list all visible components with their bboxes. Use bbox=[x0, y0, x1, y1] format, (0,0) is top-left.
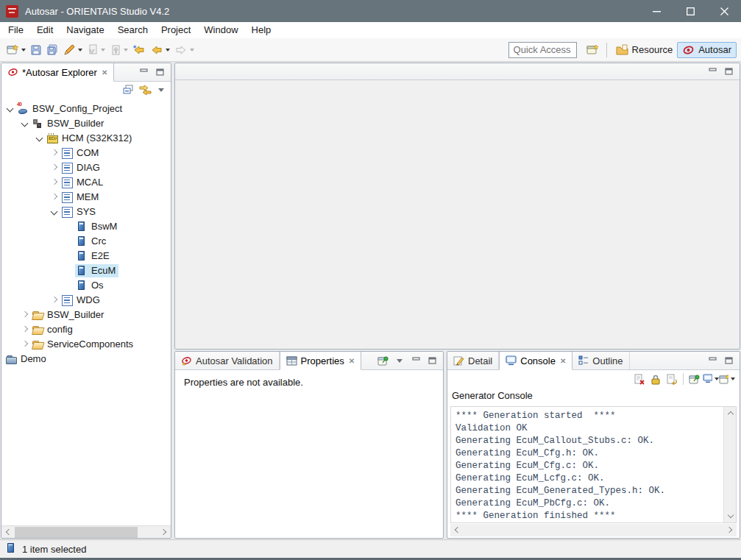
tree-expander-icon[interactable] bbox=[19, 118, 31, 130]
open-perspective-button[interactable] bbox=[585, 41, 601, 59]
tab-autosar-validation[interactable]: Autosar Validation bbox=[175, 352, 280, 369]
tree-expander-icon[interactable] bbox=[49, 177, 60, 188]
scroll-right-icon[interactable] bbox=[724, 524, 737, 536]
maximize-view-icon[interactable] bbox=[425, 354, 439, 367]
save-all-button[interactable] bbox=[45, 41, 60, 59]
forward-history-dropdown-disabled[interactable] bbox=[190, 49, 194, 52]
close-tab-icon[interactable]: ✕ bbox=[102, 68, 107, 77]
maximize-view-icon[interactable] bbox=[152, 65, 167, 79]
scroll-right-icon[interactable] bbox=[158, 526, 171, 539]
quick-access-input[interactable] bbox=[508, 42, 577, 58]
tree-item[interactable]: SYS bbox=[1, 205, 171, 219]
open-console-icon[interactable] bbox=[719, 372, 735, 386]
tree-expander-icon[interactable] bbox=[19, 339, 31, 350]
back-history-dropdown[interactable] bbox=[166, 49, 170, 52]
pin-view-icon[interactable] bbox=[376, 354, 391, 367]
export-button-disabled[interactable] bbox=[108, 41, 130, 59]
close-tab-icon[interactable]: ✕ bbox=[349, 357, 355, 365]
link-with-editor-icon[interactable] bbox=[137, 83, 153, 98]
tree-item[interactable]: HCM (S32K312) bbox=[1, 131, 171, 146]
tree-item[interactable]: BswM bbox=[1, 219, 171, 234]
minimize-view-icon[interactable] bbox=[408, 354, 423, 367]
menu-item[interactable]: Help bbox=[245, 24, 278, 35]
tree-expander-icon[interactable] bbox=[19, 324, 31, 336]
perspective-autosar-button[interactable]: Autosar bbox=[677, 42, 737, 58]
export-dropdown-disabled[interactable] bbox=[124, 49, 128, 52]
tab-autosar-explorer[interactable]: *Autosar Explorer ✕ bbox=[1, 63, 114, 82]
scroll-lock-icon[interactable] bbox=[648, 372, 664, 386]
import-button-disabled[interactable] bbox=[85, 41, 107, 59]
tree-item[interactable]: BSW_Builder bbox=[1, 308, 171, 322]
tab-properties[interactable]: Properties ✕ bbox=[280, 352, 362, 370]
collapse-all-icon[interactable] bbox=[121, 83, 137, 98]
scrollbar-thumb[interactable] bbox=[15, 527, 138, 538]
minimize-view-icon[interactable] bbox=[705, 65, 720, 78]
tree-item[interactable]: Crc bbox=[1, 234, 171, 249]
console-horizontal-scrollbar[interactable] bbox=[450, 524, 737, 536]
clear-console-icon[interactable] bbox=[631, 372, 648, 386]
menu-item[interactable]: File bbox=[1, 24, 30, 35]
tree-expander-icon[interactable] bbox=[63, 250, 75, 262]
generate-button[interactable] bbox=[62, 41, 84, 59]
import-dropdown-disabled[interactable] bbox=[101, 49, 105, 52]
menu-item[interactable]: Project bbox=[155, 24, 197, 35]
new-wizard-dropdown[interactable] bbox=[21, 49, 26, 52]
tree-expander-icon[interactable] bbox=[63, 280, 75, 291]
tree-expander-icon[interactable] bbox=[19, 309, 31, 321]
minimize-button[interactable] bbox=[639, 0, 673, 22]
menu-item[interactable]: Search bbox=[111, 24, 155, 35]
scroll-left-icon[interactable] bbox=[1, 526, 14, 539]
explorer-horizontal-scrollbar[interactable] bbox=[1, 525, 171, 538]
tree-expander-icon[interactable] bbox=[49, 206, 60, 218]
maximize-button[interactable] bbox=[673, 0, 707, 22]
tree-item[interactable]: MCAL bbox=[1, 175, 171, 190]
menu-item[interactable]: Window bbox=[197, 24, 244, 35]
close-button[interactable] bbox=[707, 0, 741, 22]
tree-expander-icon[interactable] bbox=[49, 147, 60, 159]
back-button[interactable] bbox=[149, 41, 171, 59]
scroll-down-icon[interactable] bbox=[724, 510, 737, 522]
view-menu-icon[interactable] bbox=[392, 354, 407, 367]
display-selected-console-icon[interactable] bbox=[703, 372, 719, 386]
tree-expander-icon[interactable] bbox=[49, 191, 60, 203]
tree-expander-icon[interactable] bbox=[4, 103, 16, 115]
tree-item[interactable]: Demo bbox=[1, 352, 171, 366]
new-wizard-button[interactable] bbox=[5, 41, 27, 59]
tree-item[interactable]: MEM bbox=[1, 190, 171, 205]
tree-expander-icon[interactable] bbox=[63, 235, 75, 247]
maximize-view-icon[interactable] bbox=[721, 65, 736, 78]
tab-outline[interactable]: Outline bbox=[572, 352, 629, 369]
last-edit-location-button[interactable] bbox=[131, 41, 147, 59]
menu-item[interactable]: Edit bbox=[30, 24, 60, 35]
open-console-dropdown[interactable] bbox=[731, 378, 735, 380]
tree-item[interactable]: E2E bbox=[1, 249, 171, 263]
tree-item[interactable]: COM bbox=[1, 146, 171, 160]
save-button[interactable] bbox=[29, 41, 43, 59]
scroll-left-icon[interactable] bbox=[450, 524, 463, 536]
tab-console[interactable]: Console ✕ bbox=[499, 352, 572, 370]
close-tab-icon[interactable]: ✕ bbox=[560, 357, 566, 365]
tree-item[interactable]: EcuM bbox=[1, 263, 171, 278]
perspective-resource-button[interactable]: Resource bbox=[611, 43, 678, 57]
menu-item[interactable]: Navigate bbox=[60, 24, 110, 35]
maximize-view-icon[interactable] bbox=[721, 354, 736, 367]
tab-detail[interactable]: Detail bbox=[447, 352, 499, 369]
tree-expander-icon[interactable] bbox=[34, 132, 46, 144]
tree-expander-icon[interactable] bbox=[63, 265, 75, 277]
scroll-up-icon[interactable] bbox=[724, 407, 737, 419]
tree-expander-icon[interactable] bbox=[49, 294, 60, 306]
tree-item[interactable]: config bbox=[1, 322, 171, 337]
view-menu-icon[interactable] bbox=[153, 83, 169, 98]
generate-dropdown[interactable] bbox=[78, 49, 82, 52]
console-output-area[interactable]: **** Generation started ****Validation O… bbox=[450, 406, 737, 523]
tree-item[interactable]: BSW_Config_Project bbox=[1, 102, 171, 116]
tree-item[interactable]: Os bbox=[1, 278, 171, 293]
forward-button-disabled[interactable] bbox=[173, 41, 196, 59]
tree-expander-icon[interactable] bbox=[49, 162, 60, 174]
tree-item[interactable]: DIAG bbox=[1, 160, 171, 175]
minimize-view-icon[interactable] bbox=[136, 65, 151, 79]
tree-item[interactable]: BSW_Builder bbox=[1, 116, 171, 131]
minimize-view-icon[interactable] bbox=[705, 354, 720, 367]
tree-expander-icon[interactable] bbox=[63, 221, 75, 233]
tree-item[interactable]: ServiceComponents bbox=[1, 337, 171, 352]
